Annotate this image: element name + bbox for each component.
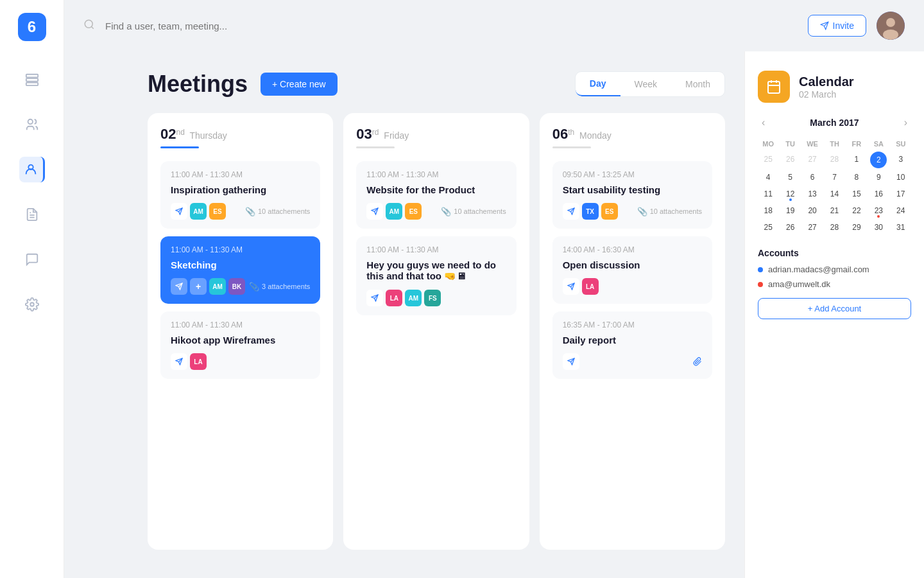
calendar-day[interactable]: 22 xyxy=(846,203,867,218)
card-time: 14:00 AM - 16:30 AM xyxy=(563,245,702,254)
card-avatars: LAAMFS xyxy=(366,290,441,306)
calendar-day[interactable]: 3 xyxy=(891,152,911,168)
sidebar-icon-settings[interactable] xyxy=(19,292,45,317)
card-avatars: LA xyxy=(171,353,207,370)
avatar-chip: BK xyxy=(228,278,245,295)
calendar-day[interactable]: 1 xyxy=(846,152,867,168)
calendar-day[interactable]: 19 xyxy=(780,203,800,218)
calendar-dow: TU xyxy=(780,137,800,150)
meeting-card[interactable]: 14:00 AM - 16:30 AMOpen discussionLA xyxy=(552,236,712,304)
calendar-day[interactable]: 4 xyxy=(758,170,778,185)
calendar-day[interactable]: 8 xyxy=(846,170,867,185)
calendar-day[interactable]: 15 xyxy=(846,186,867,202)
calendar-day[interactable]: 6 xyxy=(802,170,823,185)
avatar-chip: LA xyxy=(190,353,207,370)
tab-day[interactable]: Day xyxy=(576,72,620,96)
calendar-day[interactable]: 13 xyxy=(802,186,823,202)
prev-month-button[interactable]: ‹ xyxy=(758,116,769,130)
calendar-day[interactable]: 28 xyxy=(824,152,844,168)
svg-rect-31 xyxy=(768,82,780,93)
card-footer: LA xyxy=(171,353,310,370)
sidebar-icon-person[interactable] xyxy=(19,157,45,182)
calendar-day[interactable]: 5 xyxy=(780,170,800,185)
calendar-day[interactable]: 21 xyxy=(824,203,844,218)
send-icon xyxy=(171,278,187,295)
calendar-day[interactable]: 28 xyxy=(824,220,844,235)
card-time: 11:00 AM - 11:30 AM xyxy=(171,320,310,329)
calendar-day[interactable]: 23 xyxy=(868,203,889,218)
user-avatar[interactable] xyxy=(877,12,905,40)
calendar-day[interactable]: 30 xyxy=(868,220,889,235)
calendar-day[interactable]: 11 xyxy=(758,186,778,202)
add-avatar-chip[interactable]: + xyxy=(190,278,207,295)
card-time: 09:50 AM - 13:25 AM xyxy=(563,170,702,179)
calendar-day[interactable]: 29 xyxy=(846,220,867,235)
calendar-day[interactable]: 10 xyxy=(891,170,911,185)
meeting-card[interactable]: 11:00 AM - 11:30 AMSketching+AMBK📎 3 att… xyxy=(160,236,320,304)
invite-button[interactable]: Invite xyxy=(808,15,866,37)
calendar-day[interactable]: 14 xyxy=(824,186,844,202)
sidebar-icon-layers[interactable] xyxy=(19,67,45,92)
svg-rect-1 xyxy=(26,78,37,82)
tab-week[interactable]: Week xyxy=(620,72,672,96)
sidebar-icon-users[interactable] xyxy=(19,112,45,137)
calendar-day[interactable]: 25 xyxy=(758,152,778,168)
calendar-day[interactable]: 2 xyxy=(870,152,887,168)
meeting-card[interactable]: 16:35 AM - 17:00 AMDaily report xyxy=(552,311,712,379)
avatar-chip: TX xyxy=(582,203,599,220)
account-dot xyxy=(758,282,763,287)
calendar-dow: FR xyxy=(846,137,867,150)
send-icon xyxy=(171,203,187,220)
card-time: 16:35 AM - 17:00 AM xyxy=(563,320,702,329)
card-attachments: 📎 3 attachements xyxy=(249,282,310,292)
card-title: Hikoot app Wireframes xyxy=(171,335,310,346)
meeting-card[interactable]: 11:00 AM - 11:30 AMWebsite for the Produ… xyxy=(356,161,516,229)
calendar-day[interactable]: 7 xyxy=(824,170,844,185)
add-account-button[interactable]: + Add Account xyxy=(758,298,911,319)
card-avatars xyxy=(563,353,579,370)
meetings-area: Meetings + Create new Day Week Month 02n… xyxy=(128,51,744,578)
paperclip-icon: 📎 xyxy=(637,207,647,216)
card-title: Inspiration gathering xyxy=(171,184,310,195)
avatar-chip: AM xyxy=(386,203,402,220)
calendar-day[interactable]: 24 xyxy=(891,203,911,218)
column-header: 06th Monday xyxy=(552,126,712,148)
column-header: 03rd Friday xyxy=(356,126,516,148)
card-title: Hey you guys we need to do this and that… xyxy=(366,259,506,282)
calendar-day[interactable]: 27 xyxy=(802,220,823,235)
calendar-day[interactable]: 17 xyxy=(891,186,911,202)
calendar-widget-header: Calendar 02 March xyxy=(758,71,911,103)
meeting-card[interactable]: 09:50 AM - 13:25 AMStart usability testi… xyxy=(552,161,712,229)
calendar-date: 02 March xyxy=(799,89,854,100)
meeting-card[interactable]: 11:00 AM - 11:30 AMInspiration gathering… xyxy=(160,161,320,229)
card-footer: LAAMFS xyxy=(366,290,506,306)
calendar-day[interactable]: 26 xyxy=(780,152,800,168)
calendar-grid: MOTUWETHFRSASU25262728123456789101112131… xyxy=(758,137,911,235)
calendar-day[interactable]: 20 xyxy=(802,203,823,218)
calendar-day[interactable]: 18 xyxy=(758,203,778,218)
calendar-day[interactable]: 12 xyxy=(780,186,800,202)
avatar-chip: AM xyxy=(190,203,207,220)
sidebar-icon-document[interactable] xyxy=(19,202,45,227)
app-logo[interactable]: 6 xyxy=(18,13,46,41)
right-panel: Calendar 02 March ‹ March 2017 › MOTUWET… xyxy=(744,51,924,578)
search-input[interactable] xyxy=(105,21,798,31)
calendar-day[interactable]: 31 xyxy=(891,220,911,235)
card-footer: TXES📎 10 attachements xyxy=(563,203,702,220)
create-new-button[interactable]: + Create new xyxy=(261,73,338,96)
meeting-card[interactable]: 11:00 AM - 11:30 AMHikoot app Wireframes… xyxy=(160,311,320,379)
sidebar-icon-chat[interactable] xyxy=(19,247,45,272)
next-month-button[interactable]: › xyxy=(900,116,911,130)
calendar-day[interactable]: 27 xyxy=(802,152,823,168)
tab-month[interactable]: Month xyxy=(671,72,724,96)
send-icon xyxy=(366,290,383,306)
calendar-day[interactable]: 16 xyxy=(868,186,889,202)
calendar-dow: MO xyxy=(758,137,778,150)
account-item: adrian.madacs@gmail.com xyxy=(758,265,911,274)
calendar-day[interactable]: 9 xyxy=(868,170,889,185)
send-icon xyxy=(563,203,579,220)
calendar-day[interactable]: 26 xyxy=(780,220,800,235)
meeting-card[interactable]: 11:00 AM - 11:30 AMHey you guys we need … xyxy=(356,236,516,315)
calendar-day[interactable]: 25 xyxy=(758,220,778,235)
card-footer: AMES📎 10 attachements xyxy=(171,203,310,220)
